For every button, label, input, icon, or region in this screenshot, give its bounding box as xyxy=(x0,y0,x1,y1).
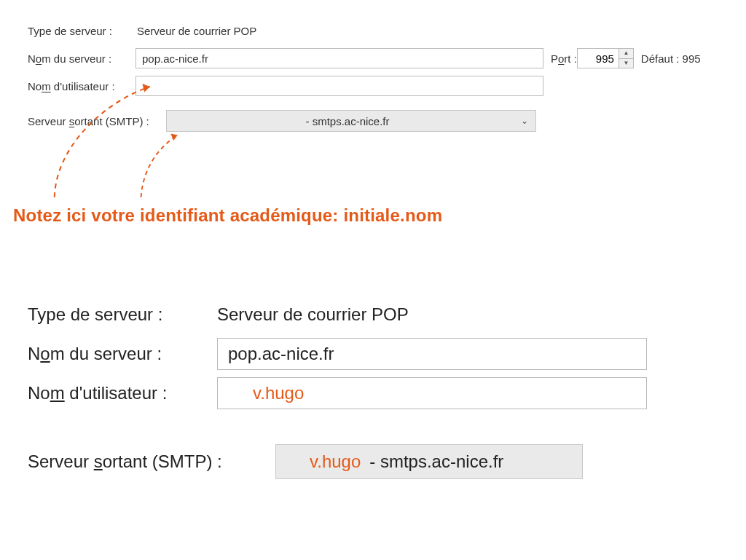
server-name-row: Nom du serveur : Port : ▲ ▼ Défaut : 995 xyxy=(28,47,733,69)
username-input-b[interactable] xyxy=(217,377,647,409)
server-name-input-b[interactable] xyxy=(217,338,647,370)
server-name-row-b: Nom du serveur : xyxy=(28,338,698,370)
smtp-select-text: - smtps.ac-nice.fr xyxy=(174,115,521,127)
port-step-down-icon[interactable]: ▼ xyxy=(619,59,633,68)
settings-panel-top: Type de serveur : Serveur de courrier PO… xyxy=(28,20,733,138)
smtp-user-value-b: v.hugo xyxy=(310,451,361,472)
port-label: Port : xyxy=(551,52,577,65)
smtp-select-b[interactable]: v.hugo - smtps.ac-nice.fr xyxy=(275,444,583,479)
server-name-label-b: Nom du serveur : xyxy=(28,344,217,364)
port-step-up-icon[interactable]: ▲ xyxy=(619,49,633,59)
smtp-label-b: Serveur sortant (SMTP) : xyxy=(28,451,275,472)
server-type-value: Serveur de courrier POP xyxy=(136,25,256,37)
smtp-rest-value-b: - smtps.ac-nice.fr xyxy=(369,451,503,472)
username-row: Nom d'utilisateur : xyxy=(28,75,733,97)
server-type-label-b: Type de serveur : xyxy=(28,304,217,325)
port-input[interactable] xyxy=(577,48,619,68)
smtp-select[interactable]: - smtps.ac-nice.fr ⌄ xyxy=(166,110,536,132)
smtp-row-b: Serveur sortant (SMTP) : v.hugo - smtps.… xyxy=(28,444,698,479)
server-type-row-b: Type de serveur : Serveur de courrier PO… xyxy=(28,299,698,331)
default-port-label: Défaut : 995 xyxy=(641,52,701,65)
server-type-value-b: Serveur de courrier POP xyxy=(217,304,409,325)
instruction-annotation: Notez ici votre identifiant académique: … xyxy=(13,205,442,226)
server-type-label: Type de serveur : xyxy=(28,25,136,37)
username-label-b: Nom d'utilisateur : xyxy=(28,383,217,403)
settings-panel-bottom: Type de serveur : Serveur de courrier PO… xyxy=(28,299,698,486)
port-stepper[interactable]: ▲ ▼ xyxy=(619,48,634,68)
smtp-label: Serveur sortant (SMTP) : xyxy=(28,115,166,127)
smtp-row: Serveur sortant (SMTP) : - smtps.ac-nice… xyxy=(28,110,733,132)
server-name-input[interactable] xyxy=(136,48,543,68)
username-label: Nom d'utilisateur : xyxy=(28,80,136,92)
username-row-b: Nom d'utilisateur : xyxy=(28,377,698,409)
username-input[interactable] xyxy=(136,76,543,96)
server-type-row: Type de serveur : Serveur de courrier PO… xyxy=(28,20,733,42)
chevron-down-icon: ⌄ xyxy=(521,116,528,126)
server-name-label: Nom du serveur : xyxy=(28,52,136,65)
